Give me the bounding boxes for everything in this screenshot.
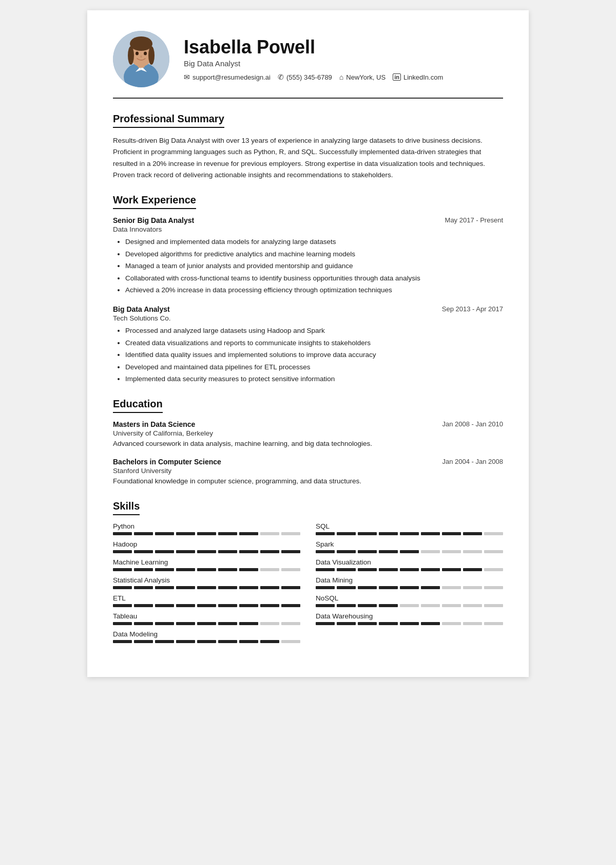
skill-name-6: Statistical Analysis [113, 576, 300, 584]
skill-segment [281, 604, 300, 607]
skill-segment [239, 640, 258, 643]
skill-segment [400, 586, 419, 589]
header-info: Isabella Powell Big Data Analyst ✉ suppo… [184, 37, 503, 82]
skill-segment [400, 622, 419, 625]
email-icon: ✉ [184, 73, 190, 81]
skill-bar-0 [113, 532, 300, 535]
skill-name-0: Python [113, 522, 300, 530]
skill-segment [197, 622, 216, 625]
work-section: Work Experience Senior Big Data Analyst … [113, 194, 503, 385]
skill-segment [155, 640, 174, 643]
edu-0-degree: Masters in Data Science [113, 420, 195, 428]
skill-item-7: Data Mining [316, 576, 503, 589]
summary-section: Professional Summary Results-driven Big … [113, 113, 503, 181]
skill-bar-5 [316, 568, 503, 571]
skill-name-12: Data Modeling [113, 630, 300, 638]
skill-segment [113, 568, 132, 571]
skill-segment [239, 532, 258, 535]
skill-segment [463, 532, 482, 535]
skill-segment [239, 586, 258, 589]
skill-segment [281, 586, 300, 589]
education-title: Education [113, 398, 163, 413]
skill-segment [358, 604, 377, 607]
linkedin-value: LinkedIn.com [403, 73, 443, 81]
contact-linkedin: in LinkedIn.com [393, 73, 443, 81]
list-item: Collaborated with cross-functional teams… [125, 273, 503, 284]
skill-segment [260, 640, 279, 643]
skill-segment [176, 550, 195, 553]
candidate-name: Isabella Powell [184, 37, 503, 58]
skills-title: Skills [113, 500, 140, 515]
svg-point-6 [130, 36, 152, 51]
skill-segment [218, 622, 237, 625]
job-0: Senior Big Data Analyst May 2017 - Prese… [113, 216, 503, 296]
skill-item-0: Python [113, 522, 300, 535]
skill-segment [218, 550, 237, 553]
work-title: Work Experience [113, 194, 196, 209]
skill-segment [421, 532, 440, 535]
skill-segment [379, 604, 398, 607]
summary-text: Results-driven Big Data Analyst with ove… [113, 135, 503, 181]
skill-segment [176, 532, 195, 535]
skill-segment [260, 586, 279, 589]
job-0-header: Senior Big Data Analyst May 2017 - Prese… [113, 216, 503, 224]
skill-name-8: ETL [113, 594, 300, 602]
contact-email: ✉ support@resumedesign.ai [184, 73, 271, 81]
skill-segment [134, 586, 153, 589]
skill-segment [316, 586, 335, 589]
skill-segment [176, 622, 195, 625]
skill-segment [421, 568, 440, 571]
skill-segment [134, 604, 153, 607]
skill-name-2: Hadoop [113, 540, 300, 548]
skill-segment [358, 568, 377, 571]
skill-segment [281, 550, 300, 553]
skill-segment [260, 568, 279, 571]
skill-segment [400, 550, 419, 553]
skill-segment [463, 550, 482, 553]
skill-segment [281, 622, 300, 625]
edu-0-header: Masters in Data Science Jan 2008 - Jan 2… [113, 420, 503, 428]
job-1-company: Tech Solutions Co. [113, 314, 503, 322]
skill-segment [113, 532, 132, 535]
edu-1-date: Jan 2004 - Jan 2008 [442, 458, 503, 465]
skill-segment [155, 604, 174, 607]
skill-segment [337, 568, 356, 571]
job-1-title: Big Data Analyst [113, 305, 170, 313]
skill-segment [442, 532, 461, 535]
skill-name-9: NoSQL [316, 594, 503, 602]
skill-segment [239, 604, 258, 607]
skill-segment [379, 586, 398, 589]
skill-segment [176, 586, 195, 589]
skill-segment [239, 550, 258, 553]
list-item: Developed and maintained data pipelines … [125, 362, 503, 373]
skill-segment [421, 550, 440, 553]
skill-segment [484, 532, 503, 535]
phone-value: (555) 345-6789 [286, 73, 332, 81]
skill-bar-3 [316, 550, 503, 553]
skill-segment [113, 586, 132, 589]
skill-segment [260, 604, 279, 607]
skill-segment [281, 640, 300, 643]
education-section: Education Masters in Data Science Jan 20… [113, 398, 503, 487]
skill-segment [197, 586, 216, 589]
skill-item-12: Data Modeling [113, 630, 300, 643]
skill-segment [379, 550, 398, 553]
skill-segment [442, 622, 461, 625]
skill-segment [484, 550, 503, 553]
skill-segment [400, 604, 419, 607]
skill-item-4: Machine Learning [113, 558, 300, 571]
skill-item-6: Statistical Analysis [113, 576, 300, 589]
skill-segment [316, 550, 335, 553]
skill-segment [113, 622, 132, 625]
skill-segment [421, 604, 440, 607]
skill-name-1: SQL [316, 522, 503, 530]
avatar [113, 31, 169, 87]
skill-segment [337, 622, 356, 625]
contact-phone: ✆ (555) 345-6789 [278, 73, 332, 81]
skill-segment [337, 550, 356, 553]
skill-segment [218, 640, 237, 643]
skill-segment [337, 532, 356, 535]
skill-item-8: ETL [113, 594, 300, 607]
edu-1-school: Stanford University [113, 467, 503, 475]
skill-name-5: Data Visualization [316, 558, 503, 566]
